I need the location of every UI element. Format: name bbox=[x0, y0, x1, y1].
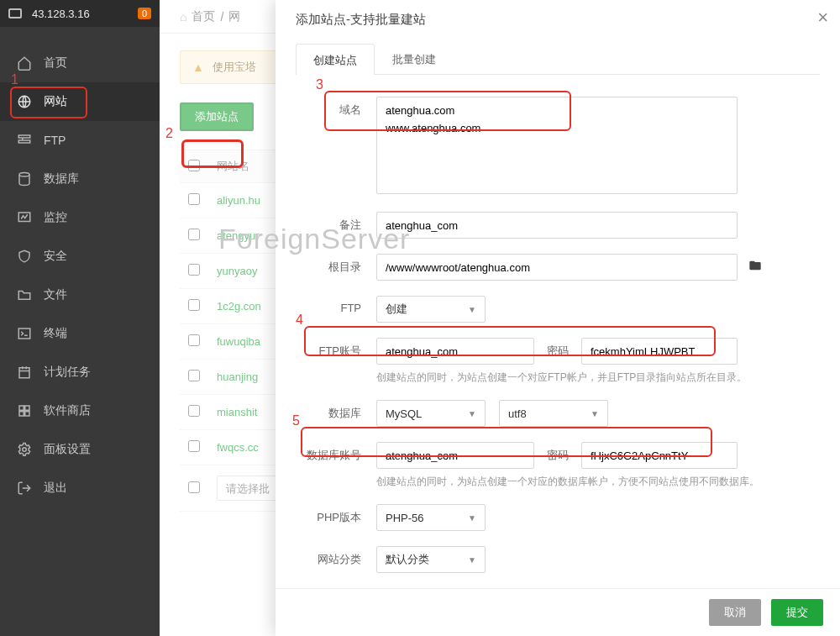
site-link[interactable]: atengyur bbox=[217, 229, 260, 242]
row-checkbox[interactable] bbox=[188, 193, 200, 205]
sidebar-item-home[interactable]: 首页 bbox=[0, 44, 160, 82]
domain-textarea[interactable] bbox=[376, 97, 738, 194]
chevron-down-icon: ▼ bbox=[468, 409, 476, 418]
label-category: 网站分类 bbox=[296, 546, 361, 567]
site-category-select[interactable]: 默认分类 ▼ bbox=[376, 546, 486, 573]
tab-create-site[interactable]: 创建站点 bbox=[296, 44, 375, 75]
svg-point-3 bbox=[19, 173, 29, 177]
sidebar-item-security[interactable]: 安全 bbox=[0, 237, 160, 276]
sidebar-item-database[interactable]: 数据库 bbox=[0, 160, 160, 198]
terminal-icon bbox=[17, 326, 32, 341]
svg-rect-13 bbox=[19, 412, 24, 416]
site-link[interactable]: 1c2g.con bbox=[217, 300, 261, 313]
chevron-down-icon: ▼ bbox=[468, 513, 476, 523]
site-link[interactable]: yunyaoy bbox=[217, 265, 257, 277]
site-link[interactable]: mianshit bbox=[217, 406, 257, 418]
sidebar-item-logout[interactable]: 退出 bbox=[0, 469, 160, 507]
label-domain: 域名 bbox=[296, 97, 361, 118]
row-checkbox[interactable] bbox=[188, 481, 200, 493]
db-user-input[interactable] bbox=[376, 442, 534, 469]
sidebar-item-files[interactable]: 文件 bbox=[0, 276, 160, 314]
submit-button[interactable]: 提交 bbox=[771, 599, 823, 626]
svg-rect-12 bbox=[25, 406, 29, 410]
sidebar-item-ftp[interactable]: FTP bbox=[0, 121, 160, 160]
modal-form: 域名 备注 根目录 FTP 创建 ▼ bbox=[276, 75, 840, 588]
row-checkbox[interactable] bbox=[188, 264, 200, 276]
calendar-icon bbox=[17, 365, 32, 380]
ftp-select-value: 创建 bbox=[386, 302, 407, 317]
annotation-number-3: 3 bbox=[316, 77, 323, 92]
ftp-help-text: 创建站点的同时，为站点创建一个对应FTP帐户，并且FTP目录指向站点所在目录。 bbox=[376, 370, 820, 385]
db-help-text: 创建站点的同时，为站点创建一个对应的数据库帐户，方便不同站点使用不同数据库。 bbox=[376, 474, 820, 489]
modal-footer: 取消 提交 bbox=[276, 588, 840, 636]
add-site-button[interactable]: 添加站点 bbox=[180, 102, 254, 131]
row-checkbox[interactable] bbox=[188, 370, 200, 381]
row-checkbox[interactable] bbox=[188, 229, 200, 240]
annotation-number-5: 5 bbox=[292, 413, 300, 428]
sidebar-item-label: 面板设置 bbox=[44, 442, 91, 457]
php-version-select[interactable]: PHP-56 ▼ bbox=[376, 504, 486, 531]
sidebar-item-panel-settings[interactable]: 面板设置 bbox=[0, 430, 160, 469]
breadcrumb-sep: / bbox=[220, 10, 223, 24]
sidebar-item-cron[interactable]: 计划任务 bbox=[0, 353, 160, 392]
db-engine-value: MySQL bbox=[386, 407, 422, 420]
sidebar-item-label: 网站 bbox=[44, 94, 67, 109]
add-site-button-label: 添加站点 bbox=[195, 109, 239, 124]
folder-browse-icon[interactable] bbox=[748, 259, 763, 276]
sidebar-item-terminal[interactable]: 终端 bbox=[0, 314, 160, 353]
sidebar: 43.128.3.16 0 首页 网站 FTP 数据库 监控 安全 bbox=[0, 0, 160, 636]
db-charset-value: utf8 bbox=[508, 407, 527, 420]
label-ftp-user: FTP账号 bbox=[296, 338, 361, 359]
sidebar-item-label: 安全 bbox=[44, 249, 67, 264]
svg-rect-1 bbox=[18, 135, 30, 138]
site-link[interactable]: fuwuqiba bbox=[217, 335, 260, 348]
label-ftp: FTP bbox=[296, 296, 361, 314]
ftp-select[interactable]: 创建 ▼ bbox=[376, 296, 486, 323]
select-all-checkbox[interactable] bbox=[188, 160, 200, 171]
svg-point-15 bbox=[23, 448, 27, 452]
label-note: 备注 bbox=[296, 212, 361, 233]
db-password-input[interactable] bbox=[581, 442, 738, 469]
ftp-user-input[interactable] bbox=[376, 338, 534, 365]
modal-title: 添加站点-支持批量建站 bbox=[276, 0, 840, 34]
sidebar-top-bar: 43.128.3.16 0 bbox=[0, 0, 160, 27]
ftp-password-input[interactable] bbox=[581, 338, 738, 365]
annotation-number-2: 2 bbox=[165, 126, 173, 141]
monitor-icon bbox=[8, 8, 22, 18]
home-icon bbox=[17, 55, 32, 71]
sidebar-item-monitor[interactable]: 监控 bbox=[0, 198, 160, 237]
breadcrumb-current: 网 bbox=[228, 9, 240, 24]
close-icon[interactable]: × bbox=[817, 7, 828, 29]
db-engine-select[interactable]: MySQL ▼ bbox=[376, 400, 486, 427]
sidebar-item-website[interactable]: 网站 bbox=[0, 82, 160, 121]
annotation-number-4: 4 bbox=[296, 313, 303, 328]
modal-tabs: 创建站点 批量创建 bbox=[296, 43, 820, 75]
globe-icon bbox=[17, 94, 32, 109]
row-checkbox[interactable] bbox=[188, 334, 200, 346]
tab-batch-create[interactable]: 批量创建 bbox=[375, 43, 454, 74]
row-checkbox[interactable] bbox=[188, 405, 200, 417]
row-checkbox[interactable] bbox=[188, 440, 200, 452]
ftp-icon bbox=[17, 133, 32, 148]
db-charset-select[interactable]: utf8 ▼ bbox=[499, 400, 608, 427]
sidebar-item-label: 软件商店 bbox=[44, 403, 91, 418]
sidebar-item-appstore[interactable]: 软件商店 bbox=[0, 392, 160, 430]
notification-badge[interactable]: 0 bbox=[138, 8, 151, 19]
add-site-modal: × 添加站点-支持批量建站 创建站点 批量创建 域名 备注 根目录 FTP bbox=[276, 0, 840, 636]
sidebar-item-label: 文件 bbox=[44, 287, 67, 302]
row-checkbox[interactable] bbox=[188, 299, 200, 311]
site-link[interactable]: huanjing bbox=[217, 371, 258, 383]
home-icon: ⌂ bbox=[180, 10, 186, 24]
svg-rect-2 bbox=[18, 140, 30, 143]
cancel-button[interactable]: 取消 bbox=[709, 599, 761, 626]
label-db-password: 密码 bbox=[534, 448, 581, 463]
label-php: PHP版本 bbox=[296, 504, 361, 525]
breadcrumb-home[interactable]: 首页 bbox=[192, 9, 215, 24]
sidebar-nav: 首页 网站 FTP 数据库 监控 安全 文件 终端 bbox=[0, 27, 160, 507]
note-input[interactable] bbox=[376, 212, 738, 239]
site-link[interactable]: aliyun.hu bbox=[217, 194, 260, 207]
grid-icon bbox=[17, 403, 32, 418]
sidebar-item-label: FTP bbox=[44, 134, 66, 147]
root-dir-input[interactable] bbox=[376, 254, 738, 281]
site-link[interactable]: fwqcs.cc bbox=[217, 441, 259, 454]
